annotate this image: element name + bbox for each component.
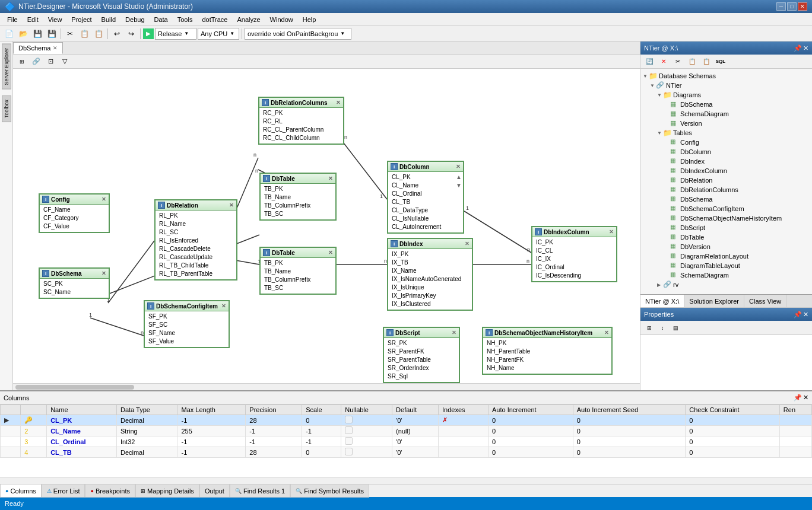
close-icon[interactable]: ✕ xyxy=(102,270,106,276)
table-dbschemaobjectnamehistoryitem[interactable]: I DbSchemaObjectNameHistoryItem ✕ NH_PK … xyxy=(482,327,613,375)
h-scrollbar[interactable] xyxy=(13,383,640,390)
bottom-close[interactable]: ✕ xyxy=(803,394,808,401)
diagram-btn2[interactable]: 🔗 xyxy=(30,55,43,68)
close-icon[interactable]: ✕ xyxy=(465,241,470,247)
col-header-datatype[interactable]: Data Type xyxy=(116,405,177,415)
col-header-ren[interactable]: Ren xyxy=(779,405,811,415)
tree-item-dbversion[interactable]: ▦ DbVersion xyxy=(643,242,810,251)
col-header-indexes[interactable]: Indexes xyxy=(439,405,489,415)
menu-project[interactable]: Project xyxy=(66,15,96,24)
pin-icon2[interactable]: 📌 xyxy=(794,311,802,318)
bottom-tab-breakpoints[interactable]: ● Breakpoints xyxy=(85,485,135,498)
bottom-tab-findsymbolresults[interactable]: 🔍 Find Symbol Results xyxy=(290,485,369,498)
col-header-precision[interactable]: Precision xyxy=(246,405,302,415)
right-tab-solution-explorer[interactable]: Solution Explorer xyxy=(684,295,744,307)
tree-item-dbcolumn[interactable]: ▦ DbColumn xyxy=(643,147,810,157)
tree-item-dbschema-table[interactable]: ▦ DbSchema xyxy=(643,195,810,204)
delete-button[interactable]: ✕ xyxy=(657,55,670,68)
paste-button2[interactable]: 📋 xyxy=(700,55,713,68)
close-icon[interactable]: ✕ xyxy=(604,330,609,336)
tree-item-rv[interactable]: ▶ 🔗 rv xyxy=(643,280,810,289)
tree-item-version[interactable]: ▦ Version xyxy=(643,119,810,128)
right-tab-class-view[interactable]: Class View xyxy=(744,295,786,307)
tree-item-dbindex[interactable]: ▦ DbIndex xyxy=(643,157,810,166)
server-explorer-tab[interactable]: Server Explorer xyxy=(2,44,11,90)
menu-help[interactable]: Help xyxy=(298,15,321,24)
menu-build[interactable]: Build xyxy=(97,15,120,24)
tree-item-dbschemaconfigitem[interactable]: ▦ DbSchemaConfigItem xyxy=(643,204,810,213)
table-dbtable2[interactable]: I DbTable ✕ TB_PK TB_Name TB_ColumnPrefi… xyxy=(259,247,337,295)
menu-dottrace[interactable]: dotTrace xyxy=(197,15,232,24)
right-tab-ntier[interactable]: NTier @ X:\ xyxy=(640,295,684,307)
new-file-button[interactable]: 📄 xyxy=(2,27,15,40)
tree-item-config[interactable]: ▦ Config xyxy=(643,138,810,147)
props-btn1[interactable]: ⊞ xyxy=(643,321,656,334)
bottom-tab-errorlist[interactable]: ⚠ Error List xyxy=(42,485,85,498)
close-icon[interactable]: ✕ xyxy=(102,196,106,202)
table-row[interactable]: 4CL_TBDecimal-1280'0'000 xyxy=(1,447,812,458)
bottom-panel-controls[interactable]: 📌 ✕ xyxy=(794,394,808,401)
bottom-h-scrollbar[interactable] xyxy=(0,477,812,484)
start-button[interactable]: ▶ xyxy=(143,28,154,39)
table-dbscript[interactable]: I DbScript ✕ SR_PK SR_ParentFK SR_Parent… xyxy=(383,327,460,383)
tree-item-ntier[interactable]: ▼ 🔗 NTier xyxy=(643,81,810,90)
table-dbrelation[interactable]: I DbRelation ✕ RL_PK RL_Name RL_SC RL_Is… xyxy=(154,199,237,280)
close-icon[interactable]: ✕ xyxy=(456,164,461,170)
tree-item-dbtable[interactable]: ▦ DbTable xyxy=(643,232,810,242)
pin-icon[interactable]: 📌 xyxy=(794,44,802,52)
table-dbindexcolumn[interactable]: I DbIndexColumn ✕ IC_PK IC_CL IC_IX IC_O… xyxy=(531,226,617,282)
col-header-checkconstraint[interactable]: Check Constraint xyxy=(686,405,780,415)
close-icon[interactable]: ✕ xyxy=(328,176,333,181)
h-scrollbar-thumb[interactable] xyxy=(15,385,134,390)
col-header-autoincrementseed[interactable]: Auto Increment Seed xyxy=(573,405,686,415)
close-icon[interactable]: ✕ xyxy=(221,303,226,309)
tree-item-dbschemaobjectnamehistoryitem[interactable]: ▦ DbSchemaObjectNameHistoryItem xyxy=(643,213,810,223)
menu-tools[interactable]: Tools xyxy=(173,15,198,24)
title-bar-controls[interactable]: ─ □ ✕ xyxy=(776,2,807,11)
diagram-btn4[interactable]: ▽ xyxy=(58,55,71,68)
cut-button2[interactable]: ✂ xyxy=(671,55,684,68)
method-dropdown[interactable]: override void OnPaintBackgrou ▼ xyxy=(245,28,351,40)
table-config[interactable]: I Config ✕ CF_Name CF_Category CF_Value xyxy=(39,193,110,233)
properties-controls[interactable]: 📌 ✕ xyxy=(794,311,808,318)
tree-item-dbrelation[interactable]: ▦ DbRelation xyxy=(643,176,810,185)
release-dropdown[interactable]: Release ▼ xyxy=(155,28,196,40)
tree-item-schemadiagram-table[interactable]: ▦ SchemaDiagram xyxy=(643,270,810,280)
diagram-canvas[interactable]: n 1 n 1 n n 1 1 n 1 n xyxy=(13,69,640,390)
minimize-button[interactable]: ─ xyxy=(776,2,786,11)
bottom-tab-findresults1[interactable]: 🔍 Find Results 1 xyxy=(230,485,290,498)
tree-item-tables[interactable]: ▼ 📁 Tables xyxy=(643,128,810,138)
diagram-btn3[interactable]: ⊡ xyxy=(44,55,57,68)
diagram-btn1[interactable]: ⊞ xyxy=(15,55,28,68)
tree-item-diagramrelationlayout[interactable]: ▦ DiagramRelationLayout xyxy=(643,251,810,261)
undo-button[interactable]: ↩ xyxy=(110,27,123,40)
right-panel-controls[interactable]: 📌 ✕ xyxy=(794,44,808,52)
close-button[interactable]: ✕ xyxy=(798,2,807,11)
redo-button[interactable]: ↪ xyxy=(125,27,138,40)
tree-item-database-schemas[interactable]: ▼ 📁 Database Schemas xyxy=(643,71,810,81)
menu-view[interactable]: View xyxy=(43,15,67,24)
bottom-tab-mappingdetails[interactable]: ⊞ Mapping Details xyxy=(135,485,199,498)
cpu-dropdown[interactable]: Any CPU ▼ xyxy=(198,28,239,40)
maximize-button[interactable]: □ xyxy=(787,2,797,11)
table-dbindex[interactable]: I DbIndex ✕ IX_PK IX_TB IX_Name IX_IsNam… xyxy=(387,238,473,311)
tree-item-dbrelationcolumns[interactable]: ▦ DbRelationColumns xyxy=(643,185,810,195)
table-row[interactable]: ▶🔑CL_PKDecimal-1280'0'✗000 xyxy=(1,415,812,426)
table-row[interactable]: 3CL_OrdinalInt32-1-1-1'0'000 xyxy=(1,436,812,447)
table-dbcolumn[interactable]: I DbColumn ✕ CL_PK CL_Name CL_Ordinal CL… xyxy=(387,161,464,234)
close-icon[interactable]: ✕ xyxy=(229,202,234,208)
cut-button[interactable]: ✂ xyxy=(64,27,77,40)
refresh-button[interactable]: 🔄 xyxy=(643,55,656,68)
props-btn3[interactable]: ▤ xyxy=(669,321,682,334)
tree-item-diagramtablelayout[interactable]: ▦ DiagramTableLayout xyxy=(643,261,810,270)
tree-item-schemadiagram[interactable]: ▦ SchemaDiagram xyxy=(643,109,810,119)
tree-item-dbindexcolumn[interactable]: ▦ DbIndexColumn xyxy=(643,166,810,176)
menu-edit[interactable]: Edit xyxy=(23,15,43,24)
sql-button[interactable]: SQL xyxy=(714,55,727,68)
tree-item-dbscript[interactable]: ▦ DbScript xyxy=(643,223,810,232)
table-dbrelationcolumns[interactable]: I DbRelationColumns ✕ RC_PK RC_RL RC_CL_… xyxy=(258,97,344,145)
bottom-tab-columns[interactable]: ● Columns xyxy=(0,485,42,498)
close-icon[interactable]: ✕ xyxy=(336,100,341,106)
copy-button[interactable]: 📋 xyxy=(78,27,91,40)
menu-window[interactable]: Window xyxy=(265,15,298,24)
